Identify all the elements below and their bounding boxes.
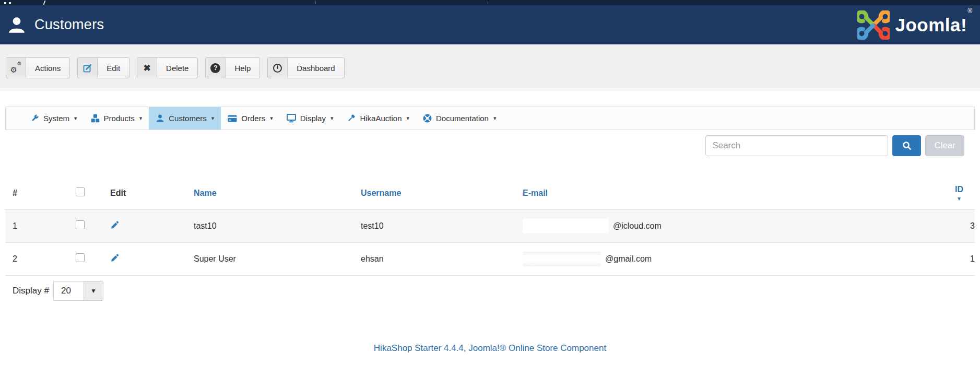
cell-name: Super User [186,242,353,275]
cell-username: ehsan [353,242,515,275]
toolbar: ⚙⚙ Actions Edit ✖ Delete ? Help Dashboar… [0,44,980,90]
display-count-select[interactable]: 20 ▼ [53,281,103,301]
menu-item-products[interactable]: Products ▾ [84,107,149,130]
row-edit-button[interactable] [110,220,120,231]
column-header-username[interactable]: Username [353,177,515,209]
column-header-name[interactable]: Name [186,177,353,209]
gavel-icon [347,114,356,123]
life-ring-icon [423,114,432,123]
chevron-down-icon: ▾ [493,115,497,122]
row-checkbox[interactable] [76,253,85,262]
column-header-id[interactable]: ID▼ [912,177,975,209]
question-circle-icon: ? [206,58,226,78]
menu-divider [315,1,316,4]
menu-item-display[interactable]: Display ▾ [280,107,340,130]
credit-card-icon [228,115,237,122]
cell-id: 1 [912,242,975,275]
menu-item-documentation[interactable]: Documentation ▾ [416,107,503,130]
page-header: Customers Joomla!® [0,5,980,44]
edit-button[interactable]: Edit [77,57,129,78]
menu-item-hikaauction[interactable]: HikaAuction ▾ [340,107,416,130]
cropped-icon-fragment [4,2,6,4]
hikashop-credit-link[interactable]: HikaShop Starter 4.4.4, Joomla!® Online … [374,343,606,353]
redacted-email-local [523,219,609,233]
x-icon: ✖ [137,58,157,78]
cell-id: 3 [912,209,975,242]
pencil-icon [110,253,120,263]
column-header-num: # [5,177,69,209]
chevron-down-icon: ▾ [211,115,215,122]
menu-item-system[interactable]: System ▾ [23,107,84,130]
pagination-controls: Display # 20 ▼ [5,280,975,301]
chevron-down-icon: ▾ [270,115,273,122]
page-title: Customers [34,17,104,33]
clear-button[interactable]: Clear [925,135,964,156]
column-header-checkbox [69,177,103,209]
joomla-logo-text: Joomla! [895,15,967,35]
customers-table: # Edit Name Username E-mail ID▼ 1 [5,177,975,276]
component-footer: HikaShop Starter 4.4.4, Joomla!® Online … [5,343,975,354]
table-header-row: # Edit Name Username E-mail ID▼ [5,177,975,209]
column-header-edit: Edit [103,177,186,209]
chevron-down-icon: ▾ [406,115,409,122]
column-header-email[interactable]: E-mail [515,177,912,209]
cropped-icon-fragment [9,2,11,4]
cell-email: @icloud.com [515,209,912,242]
search-input[interactable] [705,135,888,156]
joomla-logo-icon [857,10,890,40]
user-icon [156,114,164,123]
search-icon [902,141,912,150]
gears-icon: ⚙⚙ [6,58,26,78]
menu-divider [488,1,488,4]
cell-email: @gmail.com [515,242,912,275]
redacted-email-local [523,252,601,266]
chevron-down-icon: ▼ [84,281,103,300]
pencil-icon [110,220,120,230]
menu-item-orders[interactable]: Orders ▾ [221,107,279,130]
cell-name: tast10 [186,209,353,242]
dashboard-gauge-icon [268,58,288,78]
customers-person-icon [6,15,27,35]
edit-square-icon [78,58,98,78]
wrench-icon [30,114,39,123]
admin-top-bar [0,0,980,5]
display-count-label: Display # [13,286,49,296]
row-number: 1 [5,209,69,242]
row-number: 2 [5,242,69,275]
chevron-down-icon: ▾ [74,115,77,122]
dashboard-button[interactable]: Dashboard [267,57,344,78]
cubes-icon [91,114,100,123]
delete-button[interactable]: ✖ Delete [137,57,198,78]
chevron-down-icon: ▾ [330,115,334,122]
table-row: 1 tast10 test10 @icloud.com 3 [5,209,975,242]
row-checkbox[interactable] [76,220,85,229]
row-edit-button[interactable] [110,253,120,264]
table-row: 2 Super User ehsan @gmail.com 1 [5,242,975,275]
cell-username: test10 [353,209,515,242]
joomla-logo: Joomla!® [857,10,972,40]
menu-item-customers[interactable]: Customers ▾ [149,107,221,130]
main-content: System ▾ Products ▾ Customers ▾ Orders ▾… [0,107,980,354]
select-all-checkbox[interactable] [76,187,85,196]
sort-desc-icon: ▼ [957,196,962,202]
search-button[interactable] [892,135,921,156]
component-menubar: System ▾ Products ▾ Customers ▾ Orders ▾… [5,107,975,130]
actions-button[interactable]: ⚙⚙ Actions [6,57,70,78]
search-bar: Clear [5,135,964,156]
monitor-icon [287,114,296,123]
chevron-down-icon: ▾ [139,115,143,122]
registered-mark: ® [967,7,972,15]
cropped-text-fragment [43,1,46,5]
help-button[interactable]: ? Help [205,57,260,78]
